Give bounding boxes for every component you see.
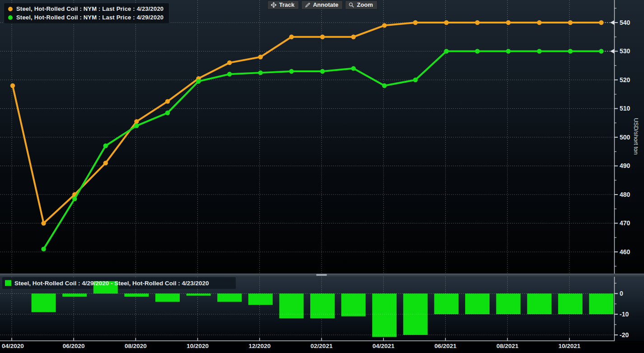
chart-window: Steel, Hot-Rolled Coil : 4/29/2020 - Ste… — [0, 0, 644, 353]
y2-axis-tick-label: -20 — [620, 331, 629, 339]
price-point — [10, 84, 15, 88]
price-point — [227, 72, 232, 76]
magnifier-icon — [349, 2, 354, 8]
price-point — [506, 49, 510, 53]
y-axis-tick-label: 530 — [620, 47, 630, 55]
diff-bar — [527, 293, 551, 314]
y2-axis-tick-label: -10 — [620, 311, 629, 318]
zoom-button-label: Zoom — [357, 1, 373, 8]
x-axis-tick-label: 06/2020 — [63, 343, 85, 349]
diff-bar — [589, 293, 613, 314]
x-axis-tick-label: 04/2021 — [373, 343, 395, 349]
diff-panel-legend-label: Steel, Hot-Rolled Coil : 4/29/2020 - Ste… — [14, 280, 209, 287]
price-point — [351, 66, 355, 70]
price-plot-area[interactable] — [0, 0, 644, 274]
price-point — [506, 20, 510, 25]
x-axis-tick-label: 08/2020 — [125, 343, 147, 349]
price-point — [382, 23, 387, 28]
diff-bar — [279, 293, 303, 318]
diff-bar — [372, 293, 397, 337]
x-axis-tick-label: 02/2021 — [311, 343, 333, 349]
diff-bar — [155, 293, 180, 302]
price-point — [568, 49, 573, 53]
price-point — [320, 35, 325, 39]
legend-label: Steel, Hot-Rolled Coil : NYM : Last Pric… — [16, 5, 163, 12]
price-point — [72, 196, 77, 201]
track-button-label: Track — [279, 1, 294, 8]
y-axis-tick-label: 470 — [620, 219, 630, 227]
price-point — [258, 55, 263, 59]
price-point — [320, 69, 325, 74]
price-point — [196, 79, 201, 84]
x-axis-tick-label: 06/2021 — [434, 343, 457, 349]
annotate-button-label: Annotate — [313, 1, 338, 8]
legend-item-4-29-2020[interactable]: Steel, Hot-Rolled Coil : NYM : Last Pric… — [8, 13, 163, 22]
diff-bar — [217, 293, 242, 302]
y-axis-tick-label: 490 — [620, 162, 630, 169]
y-axis-tick-label: 520 — [620, 76, 630, 84]
diff-bar — [62, 293, 87, 297]
price-point — [413, 20, 418, 25]
price-point — [289, 69, 294, 74]
price-point — [444, 49, 448, 53]
legend-item-4-23-2020[interactable]: Steel, Hot-Rolled Coil : NYM : Last Pric… — [8, 5, 163, 13]
price-point — [351, 35, 355, 39]
y-axis-tick-label: 460 — [620, 248, 630, 255]
pencil-icon — [305, 2, 310, 8]
price-point — [475, 20, 480, 25]
price-point — [41, 246, 46, 251]
diff-bar — [32, 293, 56, 312]
diff-bar — [465, 293, 490, 314]
x-axis-tick-label: 10/2021 — [558, 343, 580, 349]
y-axis-tick-label: 480 — [620, 191, 630, 198]
x-axis-tick-label: 10/2020 — [187, 343, 209, 349]
move-icon — [271, 2, 276, 8]
price-point — [382, 84, 387, 88]
y-axis-title: USD/short ton — [633, 118, 639, 155]
green-circle-icon — [8, 15, 13, 20]
zoom-button[interactable]: Zoom — [345, 0, 377, 9]
price-panel-legend: Steel, Hot-Rolled Coil : NYM : Last Pric… — [4, 3, 169, 24]
price-point — [475, 49, 480, 53]
price-point — [444, 20, 448, 25]
price-point — [413, 78, 418, 82]
price-point — [165, 99, 170, 103]
price-point — [41, 221, 46, 225]
diff-bar — [124, 293, 149, 297]
diff-bar — [187, 293, 211, 296]
price-point — [134, 123, 139, 128]
y-axis-tick-label: 510 — [620, 105, 630, 112]
diff-bar — [496, 293, 521, 314]
price-point — [165, 111, 170, 115]
x-axis-tick-label: 04/2020 — [2, 343, 24, 349]
chart-toolbar: Track Annotate Zoom — [267, 0, 378, 9]
annotate-button[interactable]: Annotate — [301, 0, 343, 9]
diff-bar — [434, 293, 458, 314]
legend-label: Steel, Hot-Rolled Coil : NYM : Last Pric… — [16, 14, 163, 21]
x-axis-tick-label: 12/2020 — [248, 343, 271, 349]
panel-divider-handle[interactable] — [316, 274, 327, 276]
price-point — [599, 20, 603, 25]
orange-circle-icon — [8, 7, 13, 11]
y-axis-tick-label: 500 — [620, 134, 630, 141]
price-point — [103, 144, 108, 148]
y-axis-tick-label: 540 — [620, 19, 630, 26]
diff-bar — [310, 293, 335, 318]
chart-canvas: Steel, Hot-Rolled Coil : 4/29/2020 - Ste… — [0, 0, 644, 353]
price-point — [537, 20, 541, 25]
green-square-icon — [5, 280, 11, 286]
price-point — [599, 49, 603, 53]
x-axis-tick-label: 08/2021 — [496, 343, 518, 349]
panel-divider — [0, 274, 644, 277]
diff-bar — [248, 293, 273, 305]
price-point — [258, 70, 263, 75]
price-point — [537, 49, 541, 53]
price-point — [103, 161, 108, 165]
price-point — [568, 20, 573, 25]
price-point — [227, 60, 232, 65]
price-point — [289, 35, 294, 39]
diff-bar — [558, 293, 583, 314]
track-button[interactable]: Track — [267, 0, 299, 9]
y2-axis-tick-label: 0 — [620, 290, 623, 297]
diff-bar — [341, 293, 366, 316]
